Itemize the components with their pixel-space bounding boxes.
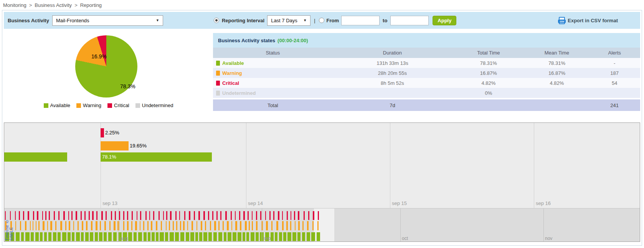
overview-event-tick [249, 221, 250, 230]
overview-event-tick [184, 211, 185, 220]
overview-event-tick [101, 211, 103, 220]
overview-event-tick [128, 232, 132, 241]
reporting-interval-select[interactable]: Last 7 Days ▼ [267, 15, 310, 26]
simile-credit-link[interactable]: Timeline © SIMILE [5, 209, 13, 241]
overview-event-tick [286, 221, 288, 230]
overview-event-tick [290, 221, 291, 230]
timeline-widget[interactable]: sep 13sep 14sep 15sep 162.25%19.65%78.1%… [4, 122, 640, 242]
legend-item-undetermined: Undetermined [135, 103, 173, 108]
overview-event-tick [76, 232, 80, 241]
overview-event-tick [30, 221, 31, 230]
total-duration: 7d [333, 103, 452, 108]
available-legend-swatch [44, 103, 48, 108]
overview-event-tick [291, 211, 291, 220]
overview-event-tick [297, 232, 301, 241]
overview-event-tick [37, 211, 38, 220]
overview-event-tick [143, 221, 144, 230]
overview-event-tick [265, 211, 266, 220]
overview-event-tick [96, 211, 97, 220]
overview-event-tick [163, 211, 164, 220]
overview-month-label: nov [545, 236, 552, 241]
to-date-input[interactable] [390, 16, 429, 25]
custom-range-radio[interactable] [319, 18, 324, 23]
overview-event-tick [186, 232, 189, 241]
csv-file-icon: csv [559, 17, 565, 24]
overview-event-tick [134, 232, 137, 241]
critical-bar[interactable] [101, 128, 104, 137]
overview-event-tick [170, 211, 172, 220]
overview-event-tick [276, 221, 278, 230]
export-csv-link[interactable]: csv Export in CSV format [559, 17, 618, 24]
pie-panel: AvailableWarningCriticalUndetermined 78.… [4, 31, 213, 114]
breadcrumb-link-reporting[interactable]: Reporting [80, 2, 102, 8]
overview-event-tick [109, 221, 111, 230]
overview-event-tick [89, 211, 90, 220]
overview-month-gridline [543, 208, 544, 241]
overview-event-tick [63, 211, 65, 220]
warning-status-label: Warning [222, 70, 242, 76]
overview-event-tick [28, 211, 29, 220]
business-activity-label: Business Activity [8, 18, 49, 23]
overview-event-tick [256, 232, 259, 241]
overview-event-tick [170, 232, 174, 241]
available-alerts: - [589, 60, 640, 66]
available-status-swatch [216, 61, 220, 66]
toolbar-separator: | [314, 18, 315, 23]
overview-event-tick [20, 221, 21, 230]
apply-button[interactable]: Apply [433, 16, 456, 25]
available-bar[interactable] [101, 152, 212, 162]
overview-event-tick [138, 232, 142, 241]
timeline-main-band[interactable]: sep 13sep 14sep 15sep 162.25%19.65%78.1% [4, 123, 640, 208]
overview-event-tick [115, 211, 116, 220]
overview-month-label: oct [402, 236, 408, 241]
overview-event-tick [220, 211, 221, 220]
overview-event-tick [132, 211, 133, 220]
overview-month-gridline [400, 208, 401, 241]
states-table-panel: Business Activity states (00:00-24:00) S… [213, 33, 640, 114]
available-bar-label: 78.1% [102, 152, 116, 162]
breadcrumb-link-business-activity[interactable]: Business Activity [35, 2, 72, 8]
overview-event-tick [233, 232, 236, 241]
warning-bar[interactable] [101, 141, 129, 150]
undetermined-total-time: 0% [452, 90, 525, 96]
overview-event-tick [68, 211, 69, 220]
overview-event-tick [127, 221, 129, 230]
overview-event-tick [114, 221, 116, 230]
overview-event-tick [292, 232, 296, 241]
column-header-mean-time: Mean Time [525, 50, 589, 56]
overview-event-tick [165, 232, 168, 241]
overview-event-tick [104, 232, 107, 241]
overview-event-tick [62, 232, 66, 241]
timeline-overview-band[interactable]: Timeline © SIMILE augsepoctnov [4, 208, 640, 241]
states-table-title: Business Activity states (00:00-24:00) [213, 33, 640, 48]
overview-event-tick [58, 211, 59, 220]
overview-event-tick [81, 211, 82, 220]
chevron-down-icon: ▼ [303, 18, 307, 22]
overview-event-tick [91, 221, 92, 230]
overview-event-tick [153, 211, 154, 220]
breadcrumb-link-monitoring[interactable]: Monitoring [3, 2, 26, 8]
overview-event-tick [278, 211, 279, 220]
overview-event-tick [212, 211, 213, 220]
overview-event-tick [189, 211, 190, 220]
overview-event-tick [252, 211, 253, 220]
available-bar-clipped[interactable] [4, 152, 67, 162]
overview-event-tick [317, 221, 319, 230]
business-activity-select[interactable]: Mail-Frontends ▼ [52, 15, 163, 26]
breadcrumb: Monitoring > Business Activity > Reporti… [0, 0, 644, 10]
from-date-input[interactable] [341, 16, 380, 25]
overview-event-tick [198, 211, 200, 220]
overview-event-tick [311, 232, 315, 241]
table-total-row: Total 7d 241 [213, 99, 640, 111]
overview-event-tick [275, 232, 277, 241]
breadcrumb-separator: > [74, 2, 78, 8]
warning-duration: 28h 20m 55s [333, 70, 452, 76]
overview-event-tick [100, 221, 101, 230]
overview-event-tick [235, 211, 236, 220]
overview-event-tick [166, 221, 167, 230]
overview-event-tick [19, 211, 20, 220]
overview-event-tick [16, 232, 20, 241]
overview-event-tick [273, 211, 274, 220]
reporting-interval-radio[interactable] [214, 18, 219, 23]
overview-event-tick [210, 221, 211, 230]
